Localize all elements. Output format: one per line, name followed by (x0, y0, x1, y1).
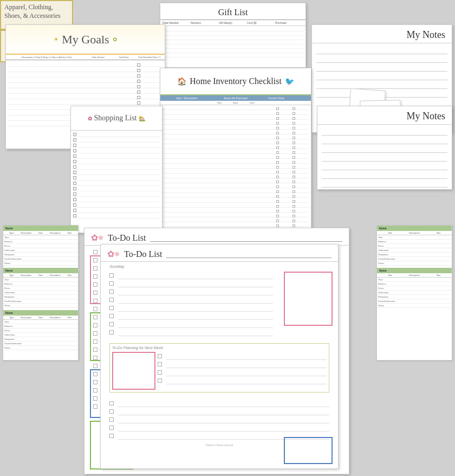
shopping-row (73, 181, 160, 186)
todo-planning-row (158, 361, 327, 368)
clothing-col-header-r1: SizeDescriptionSize (377, 231, 452, 235)
todo-planning-row (158, 377, 327, 384)
notes-line (316, 55, 447, 63)
clothing-row: Tops (377, 278, 452, 282)
notes-line (322, 163, 447, 170)
clothing-row: Shoes (377, 261, 452, 266)
notes-line (322, 154, 447, 162)
clothing-name-header-r1: Name (377, 226, 452, 231)
gift-list-rows (160, 26, 306, 59)
todo-front-row (109, 312, 273, 320)
planning-sub-boxes (112, 352, 327, 390)
sun-icon: ☀ (54, 36, 58, 42)
shopping-row (73, 159, 160, 164)
goals-col-desc: Description of Goal & Steps to Take to A… (8, 56, 86, 59)
clothing-right-sheet: Name SizeDescriptionSize Tops Bottoms Dr… (376, 225, 452, 361)
notes-line (322, 171, 447, 179)
notes-line (322, 180, 447, 188)
clothing-row: Underwear (377, 291, 452, 295)
todo-front-flower-icon: ✿ (107, 249, 114, 259)
clothing-row: Socks/Underwear (3, 257, 78, 261)
todo-planning-title: To-Do Planning for Next Week (112, 346, 327, 350)
clothing-row: Socks/Underwear (3, 299, 78, 304)
gl-col-4: Cost ($) (247, 21, 275, 24)
todo-front-row (109, 329, 273, 336)
inv-sub-store: Store (227, 101, 244, 104)
todo-front-row (109, 296, 273, 304)
todo-bottom-row (109, 424, 329, 432)
notes-front-lines (317, 125, 452, 200)
inv-col-current: Current Value (260, 97, 292, 100)
inventory-row (162, 222, 309, 227)
todo-front-deco-icon2: ❋ (114, 250, 120, 258)
gl-col-5: Purchase (275, 21, 303, 24)
my-notes-back-title: My Notes (312, 25, 452, 43)
inventory-rows (160, 105, 311, 227)
todo-front-title: To-Do List (124, 249, 162, 259)
planning-rows (158, 352, 327, 390)
todo-back-title: To-Do List (108, 233, 146, 243)
my-goals-header: ☀ My Goals ✿ (6, 25, 165, 55)
clothing-row: Socks/Underwear (3, 342, 78, 346)
notes-line (316, 64, 447, 72)
gift-list-header: Date Needed Name(s) Gift Idea(s) Cost ($… (160, 20, 306, 26)
shopping-row (73, 132, 160, 137)
clothing-row: Socks/Underwear (377, 299, 452, 304)
clothing-col-header-2: TypeDescriptionSizeDescriptionSize (3, 273, 78, 278)
todo-front-row (109, 272, 273, 279)
todo-bottom-row (109, 408, 329, 415)
shopping-row (73, 202, 160, 208)
my-notes-front-sheet: My Notes (317, 106, 452, 190)
gift-list-row (162, 49, 303, 53)
shopping-row (73, 197, 160, 202)
gift-list-row (162, 53, 303, 57)
shopping-list-sheet: ✿ Shopping List 🏡 (70, 106, 162, 233)
gift-list-row (162, 27, 303, 31)
inv-col-about: About the Purchase (211, 97, 260, 100)
gift-list-row (162, 36, 303, 40)
gl-col-1: Date Needed (162, 21, 191, 24)
col-size: Size (34, 231, 48, 234)
shopping-row (73, 137, 160, 143)
col-desc2: Description (48, 231, 62, 234)
clothing-row: Tops (3, 320, 78, 324)
shopping-row (73, 153, 160, 159)
inv-sub-val (260, 101, 276, 104)
clothing-row: Underwear (3, 291, 78, 295)
clothing-name-header-r2: Name (377, 268, 452, 273)
notes-line (322, 137, 447, 144)
shopping-row (73, 208, 160, 213)
todo-front-header: ✿ ❋ To-Do List (101, 245, 338, 262)
clothing-row: Underwear (3, 248, 78, 253)
shopping-row (73, 164, 160, 170)
clothing-section-r1: Name SizeDescriptionSize Tops Bottoms Dr… (377, 226, 452, 266)
clothing-row: Sleepwear (377, 253, 452, 257)
inventory-col-headers: Item / Description About the Purchase Cu… (160, 95, 311, 101)
todo-planning-row (158, 369, 327, 376)
clothing-row: Bottoms (377, 240, 452, 244)
clothing-row: Sleepwear (377, 295, 452, 299)
todo-day-label: Sunday (101, 262, 338, 269)
inventory-title: Home Inventory Checklist (190, 76, 282, 86)
clothing-row: Dress (3, 244, 78, 248)
flower-icon: ✿ (113, 36, 117, 42)
clothing-col-header: Type Description Size Description Size (3, 231, 78, 235)
notes-line (316, 47, 447, 54)
deco-box-pink-front (284, 272, 333, 326)
gift-list-row (162, 40, 303, 44)
col-size2: Size (62, 231, 77, 234)
bird-icon: 🐦 (285, 77, 294, 86)
gift-list-sheet: Gift List Date Needed Name(s) Gift Idea(… (160, 3, 306, 68)
shopping-list-header: ✿ Shopping List 🏡 (71, 106, 162, 131)
clothing-row: Sleepwear (3, 295, 78, 299)
inv-sub-year: Year (211, 101, 227, 104)
todo-flower-icon: ✿ (91, 233, 98, 243)
shopping-list-title: Shopping List (94, 114, 137, 123)
apparel-left-title: Apparel, Clothing, Shoes, & Accessories (1, 1, 72, 22)
clothing-name-header-2: Name (3, 268, 78, 273)
col-type: Type (4, 231, 19, 234)
clothing-row: Underwear (377, 248, 452, 253)
inventory-header: 🏠 Home Inventory Checklist 🐦 (160, 68, 311, 95)
clothing-section-2: Name TypeDescriptionSizeDescriptionSize … (3, 268, 78, 308)
shopping-row (73, 148, 160, 153)
